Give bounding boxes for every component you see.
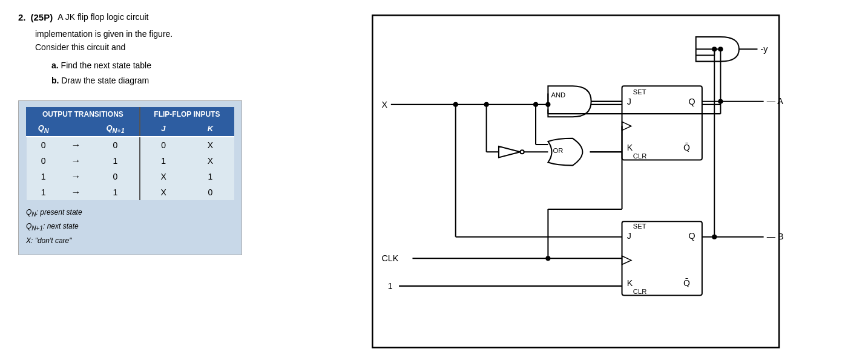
sub-item-a: a. Find the next state table xyxy=(51,58,321,73)
svg-point-78 xyxy=(453,102,458,107)
col-qn1: QN+1 xyxy=(91,122,140,137)
ff-a-set: SET xyxy=(633,88,646,96)
svg-point-62 xyxy=(718,47,723,51)
ff-a-qbar: Q̄ xyxy=(683,143,690,152)
table-row: 0→00X xyxy=(27,137,234,153)
state-table: OUTPUT TRANSITIONS FLIP-FLOP INPUTS QN Q… xyxy=(26,107,234,200)
svg-point-46 xyxy=(521,150,524,154)
ff-b-j: J xyxy=(627,231,631,241)
ff-b-set: SET xyxy=(633,223,646,230)
sub-item-b: b. Draw the state diagram xyxy=(51,73,321,88)
col-arrow-h xyxy=(61,122,91,137)
footnote2: QN+1: next state xyxy=(26,220,234,234)
sub-items: a. Find the next state table b. Draw the… xyxy=(51,58,321,88)
question-header: 2. (25P) A JK flip flop logic circuit xyxy=(18,12,321,22)
question-body: implementation is given in the figure. C… xyxy=(35,27,241,54)
footnote1: QN: present state xyxy=(26,206,234,220)
right-panel: .wire { stroke: #000; stroke-width: 2; f… xyxy=(339,0,868,361)
y-output: -y xyxy=(761,44,769,54)
or-gate-label: OR xyxy=(553,147,564,154)
col-k: K xyxy=(187,122,234,137)
text-line3: Consider this circuit and xyxy=(35,42,125,52)
ff-b-q: Q xyxy=(688,231,695,241)
table-row: 1→1X0 xyxy=(27,184,234,200)
x-label-main: X xyxy=(382,100,388,109)
circuit-diagram: .wire { stroke: #000; stroke-width: 2; f… xyxy=(351,6,856,351)
ff-a-q: Q xyxy=(688,97,695,106)
header-output: OUTPUT TRANSITIONS xyxy=(27,108,140,122)
footnote3: X: "don't care" xyxy=(26,235,234,248)
svg-point-82 xyxy=(712,47,717,51)
ff-b-qbar: Q̄ xyxy=(683,278,690,288)
one-input-label: 1 xyxy=(388,281,393,291)
col-j: J xyxy=(140,122,187,137)
ff-a-clr: CLR xyxy=(633,152,646,160)
ff-b-k: K xyxy=(627,278,633,288)
text-line2: implementation is given in the figure. xyxy=(35,29,173,39)
clk-input-label: CLK xyxy=(382,253,399,263)
table-body: 0→00X0→11X1→0X11→1X0 xyxy=(27,137,234,200)
question-text-inline: A JK flip flop logic circuit xyxy=(58,12,148,22)
svg-point-43 xyxy=(545,102,550,107)
ff-a-k: K xyxy=(627,143,633,152)
left-panel: 2. (25P) A JK flip flop logic circuit im… xyxy=(0,0,339,361)
table-footer: QN: present state QN+1: next state X: "d… xyxy=(26,206,234,247)
svg-point-50 xyxy=(484,102,489,107)
b-output-label: — B xyxy=(767,232,784,241)
table-container: OUTPUT TRANSITIONS FLIP-FLOP INPUTS QN Q… xyxy=(18,100,242,255)
question-points: (25P) xyxy=(31,12,53,22)
ff-a-j: J xyxy=(627,97,631,106)
table-row: 0→11X xyxy=(27,153,234,169)
table-row: 1→0X1 xyxy=(27,169,234,184)
and-gate-label: AND xyxy=(551,91,565,99)
header-flipflop: FLIP-FLOP INPUTS xyxy=(140,108,234,122)
a-output-label: — A xyxy=(767,96,783,106)
ff-b-clr: CLR xyxy=(633,288,646,295)
question-number: 2. xyxy=(18,12,26,22)
svg-point-53 xyxy=(533,102,538,107)
svg-rect-39 xyxy=(363,6,844,351)
col-qn: QN xyxy=(27,122,61,137)
